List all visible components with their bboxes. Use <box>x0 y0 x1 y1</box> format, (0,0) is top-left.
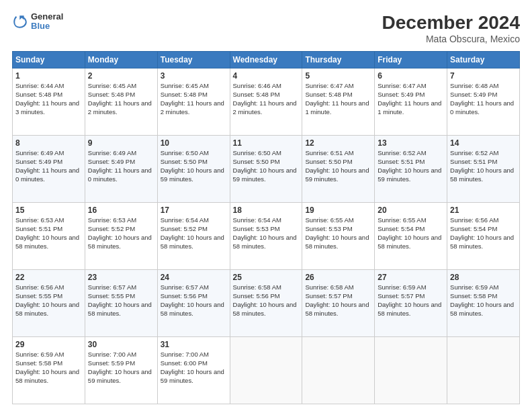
table-row: 23 Sunrise: 6:57 AM Sunset: 5:55 PM Dayl… <box>85 270 157 337</box>
table-row: 22 Sunrise: 6:56 AM Sunset: 5:55 PM Dayl… <box>13 270 85 337</box>
logo-line1: General <box>31 12 63 21</box>
day-number: 18 <box>233 205 300 216</box>
sunset-label: Sunset: 5:48 PM <box>15 91 62 98</box>
table-row: 5 Sunrise: 6:47 AM Sunset: 5:48 PM Dayli… <box>302 68 375 136</box>
sunrise-label: Sunrise: 6:52 AM <box>378 149 426 156</box>
table-row: 28 Sunrise: 6:59 AM Sunset: 5:58 PM Dayl… <box>447 270 520 337</box>
table-row: 13 Sunrise: 6:52 AM Sunset: 5:51 PM Dayl… <box>375 136 447 203</box>
calendar-subtitle: Mata Obscura, Mexico <box>382 34 520 44</box>
sunrise-label: Sunrise: 6:58 AM <box>233 283 281 291</box>
day-number: 25 <box>233 272 300 283</box>
table-row: 11 Sunrise: 6:50 AM Sunset: 5:50 PM Dayl… <box>230 136 302 203</box>
table-row: 25 Sunrise: 6:58 AM Sunset: 5:56 PM Dayl… <box>230 270 302 337</box>
daylight-label: Daylight: 10 hours and 59 minutes. <box>233 167 297 183</box>
sunrise-label: Sunrise: 6:45 AM <box>88 82 136 89</box>
day-number: 2 <box>88 71 154 81</box>
day-number: 20 <box>378 205 444 216</box>
daylight-label: Daylight: 11 hours and 1 minute. <box>378 99 441 116</box>
sunset-label: Sunset: 6:00 PM <box>161 359 208 367</box>
table-row: 6 Sunrise: 6:47 AM Sunset: 5:49 PM Dayli… <box>375 68 447 136</box>
header: General Blue December 2024 Mata Obscura,… <box>12 12 520 44</box>
day-number: 13 <box>378 138 444 148</box>
table-row: 10 Sunrise: 6:50 AM Sunset: 5:50 PM Dayl… <box>157 136 230 203</box>
sunset-label: Sunset: 5:51 PM <box>450 158 497 165</box>
table-row: 12 Sunrise: 6:51 AM Sunset: 5:50 PM Dayl… <box>302 136 375 203</box>
calendar-week-row: 15 Sunrise: 6:53 AM Sunset: 5:51 PM Dayl… <box>13 203 520 270</box>
table-row: 4 Sunrise: 6:46 AM Sunset: 5:48 PM Dayli… <box>230 68 302 136</box>
sunset-label: Sunset: 5:57 PM <box>378 292 425 300</box>
col-monday: Monday <box>85 52 157 68</box>
sunrise-label: Sunrise: 6:55 AM <box>305 216 353 224</box>
sunset-label: Sunset: 5:54 PM <box>378 225 425 232</box>
daylight-label: Daylight: 10 hours and 58 minutes. <box>450 234 514 250</box>
daylight-label: Daylight: 10 hours and 59 minutes. <box>378 167 441 183</box>
daylight-label: Daylight: 10 hours and 58 minutes. <box>305 234 369 250</box>
daylight-label: Daylight: 10 hours and 58 minutes. <box>233 234 297 250</box>
col-saturday: Saturday <box>447 52 520 68</box>
calendar-week-row: 29 Sunrise: 6:59 AM Sunset: 5:58 PM Dayl… <box>13 337 520 404</box>
table-row: 17 Sunrise: 6:54 AM Sunset: 5:52 PM Dayl… <box>157 203 230 270</box>
calendar-header-row: Sunday Monday Tuesday Wednesday Thursday… <box>13 52 520 68</box>
sunset-label: Sunset: 5:56 PM <box>161 292 208 300</box>
day-number: 22 <box>15 272 82 283</box>
table-row <box>230 337 302 404</box>
day-number: 17 <box>161 205 227 216</box>
sunrise-label: Sunrise: 7:00 AM <box>161 351 209 358</box>
sunset-label: Sunset: 5:51 PM <box>378 158 425 165</box>
day-number: 16 <box>88 205 154 216</box>
sunrise-label: Sunrise: 6:47 AM <box>378 82 426 89</box>
sunrise-label: Sunrise: 6:49 AM <box>88 149 136 156</box>
day-number: 4 <box>233 71 300 81</box>
table-row: 27 Sunrise: 6:59 AM Sunset: 5:57 PM Dayl… <box>375 270 447 337</box>
table-row: 16 Sunrise: 6:53 AM Sunset: 5:52 PM Dayl… <box>85 203 157 270</box>
table-row: 26 Sunrise: 6:58 AM Sunset: 5:57 PM Dayl… <box>302 270 375 337</box>
sunrise-label: Sunrise: 6:59 AM <box>378 283 426 291</box>
table-row: 21 Sunrise: 6:56 AM Sunset: 5:54 PM Dayl… <box>447 203 520 270</box>
day-number: 5 <box>305 71 371 81</box>
table-row: 30 Sunrise: 7:00 AM Sunset: 5:59 PM Dayl… <box>85 337 157 404</box>
sunrise-label: Sunrise: 6:59 AM <box>450 283 498 291</box>
day-number: 11 <box>233 138 300 148</box>
daylight-label: Daylight: 11 hours and 3 minutes. <box>15 99 79 116</box>
daylight-label: Daylight: 10 hours and 58 minutes. <box>88 234 152 250</box>
day-number: 10 <box>161 138 227 148</box>
daylight-label: Daylight: 10 hours and 58 minutes. <box>450 167 514 183</box>
page: General Blue December 2024 Mata Obscura,… <box>0 0 532 411</box>
sunrise-label: Sunrise: 6:54 AM <box>161 216 209 224</box>
calendar-week-row: 8 Sunrise: 6:49 AM Sunset: 5:49 PM Dayli… <box>13 136 520 203</box>
sunset-label: Sunset: 5:56 PM <box>233 292 280 300</box>
title-block: December 2024 Mata Obscura, Mexico <box>382 12 520 44</box>
sunset-label: Sunset: 5:55 PM <box>15 292 62 300</box>
daylight-label: Daylight: 10 hours and 58 minutes. <box>161 234 224 250</box>
daylight-label: Daylight: 10 hours and 58 minutes. <box>15 301 79 317</box>
col-wednesday: Wednesday <box>230 52 302 68</box>
col-friday: Friday <box>375 52 447 68</box>
day-number: 28 <box>450 272 517 283</box>
sunset-label: Sunset: 5:54 PM <box>450 225 497 232</box>
day-number: 6 <box>378 71 444 81</box>
sunset-label: Sunset: 5:53 PM <box>305 225 352 232</box>
sunrise-label: Sunrise: 7:00 AM <box>88 351 136 358</box>
table-row: 24 Sunrise: 6:57 AM Sunset: 5:56 PM Dayl… <box>157 270 230 337</box>
sunrise-label: Sunrise: 6:56 AM <box>450 216 498 224</box>
col-thursday: Thursday <box>302 52 375 68</box>
sunset-label: Sunset: 5:57 PM <box>305 292 352 300</box>
day-number: 8 <box>15 138 82 148</box>
col-sunday: Sunday <box>13 52 85 68</box>
daylight-label: Daylight: 10 hours and 58 minutes. <box>378 234 441 250</box>
calendar-table: Sunday Monday Tuesday Wednesday Thursday… <box>12 51 520 404</box>
day-number: 27 <box>378 272 444 283</box>
daylight-label: Daylight: 10 hours and 58 minutes. <box>161 301 224 317</box>
sunset-label: Sunset: 5:55 PM <box>88 292 135 300</box>
table-row: 18 Sunrise: 6:54 AM Sunset: 5:53 PM Dayl… <box>230 203 302 270</box>
sunset-label: Sunset: 5:48 PM <box>161 91 208 98</box>
sunset-label: Sunset: 5:53 PM <box>233 225 280 232</box>
sunrise-label: Sunrise: 6:50 AM <box>161 149 209 156</box>
sunset-label: Sunset: 5:50 PM <box>305 158 352 165</box>
daylight-label: Daylight: 10 hours and 58 minutes. <box>15 234 79 250</box>
daylight-label: Daylight: 10 hours and 59 minutes. <box>161 368 224 384</box>
day-number: 12 <box>305 138 371 148</box>
daylight-label: Daylight: 10 hours and 59 minutes. <box>161 167 224 183</box>
table-row: 2 Sunrise: 6:45 AM Sunset: 5:48 PM Dayli… <box>85 68 157 136</box>
day-number: 15 <box>15 205 82 216</box>
